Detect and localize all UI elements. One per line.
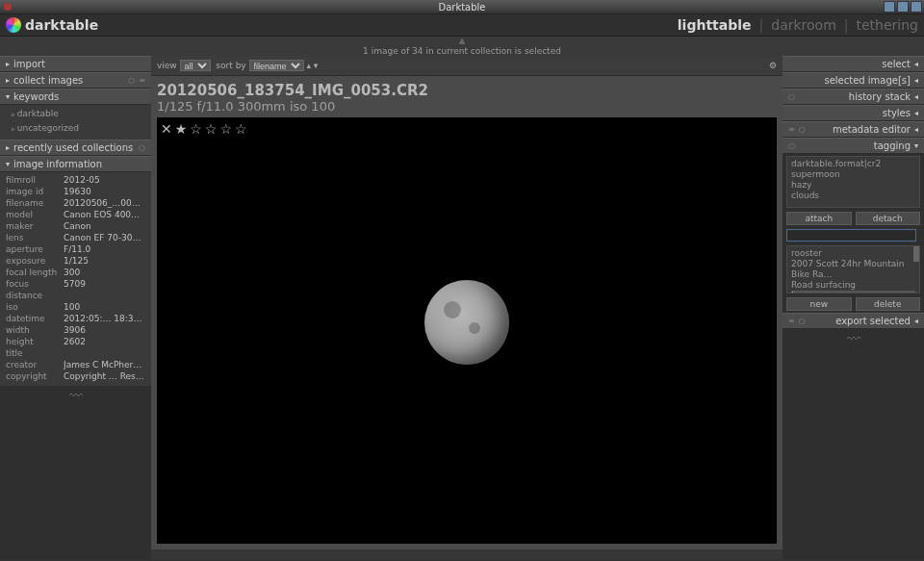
suggestion-item[interactable]: rooster: [791, 248, 915, 259]
right-sidebar: select◂ selected image[s]◂ ○history stac…: [783, 56, 924, 559]
module-imageinfo[interactable]: ▾image information: [0, 156, 151, 172]
info-row: width3906: [6, 324, 145, 336]
info-label: height: [6, 336, 64, 347]
detach-button[interactable]: detach: [856, 212, 921, 225]
view-lighttable[interactable]: lighttable: [678, 17, 752, 33]
suggestion-item[interactable]: Road surfacing: [791, 280, 915, 291]
module-history[interactable]: ○history stack◂: [783, 89, 924, 105]
image-title: 20120506_183754_IMG_0053.CR2: [157, 82, 777, 99]
keyword-item[interactable]: uncategorized: [6, 121, 145, 136]
module-select[interactable]: select◂: [783, 56, 924, 72]
info-row: lensCanon EF 70-300m…: [6, 232, 145, 243]
window-title: Darktable: [438, 2, 485, 13]
module-label: keywords: [13, 91, 59, 102]
image-preview-panel: 20120506_183754_IMG_0053.CR2 1/125 f/11.…: [151, 76, 783, 549]
info-value: 2012:05:… 18:37:54: [64, 313, 145, 324]
module-label: metadata editor: [833, 124, 911, 135]
module-export[interactable]: ≡○export selected◂: [783, 313, 924, 329]
info-label: creator: [6, 359, 64, 370]
info-value: 3906: [64, 324, 145, 336]
sort-select[interactable]: filename: [249, 60, 304, 71]
module-label: selected image[s]: [824, 75, 911, 86]
sort-label: sort by: [216, 61, 245, 70]
module-collect[interactable]: ▸collect images○≡: [0, 72, 151, 89]
info-value: 5709: [64, 278, 145, 301]
reset-icon[interactable]: ○: [788, 141, 795, 150]
window-max-button[interactable]: [897, 1, 909, 13]
suggestion-item[interactable]: hazy: [791, 291, 915, 293]
suggestion-item[interactable]: 2007 Scott 24hr Mountain Bike Ra…: [791, 259, 915, 280]
attached-tag-item[interactable]: hazy: [791, 180, 915, 191]
preset-icon[interactable]: ≡: [139, 76, 145, 85]
window-min-button[interactable]: [884, 1, 895, 13]
info-row: filename20120506_…0053.CR2: [6, 197, 145, 209]
view-darkroom[interactable]: darkroom: [771, 17, 836, 33]
module-label: image information: [13, 159, 102, 169]
info-label: filmroll: [6, 174, 64, 186]
star-4[interactable]: ☆: [219, 121, 232, 137]
module-label: history stack: [849, 91, 911, 102]
module-tagging[interactable]: ○tagging▾: [783, 138, 924, 154]
left-sidebar: ▸import ▸collect images○≡ ▾keywords dark…: [0, 56, 151, 559]
info-value: James C McPherson: [64, 359, 145, 370]
app-header: darktable lighttable | darkroom | tether…: [0, 14, 924, 37]
tag-suggestions-list[interactable]: rooster2007 Scott 24hr Mountain Bike Ra……: [786, 245, 920, 293]
reject-icon[interactable]: ✕: [161, 121, 172, 137]
new-tag-button[interactable]: new: [786, 297, 852, 311]
prefs-gear-icon[interactable]: ⚙: [769, 61, 777, 70]
keyword-item[interactable]: darktable: [6, 107, 145, 121]
star-3[interactable]: ☆: [205, 121, 218, 137]
attach-button[interactable]: attach: [786, 212, 852, 225]
center-area: view all sort by filename ▴ ▾ ⚙ 20120506…: [151, 56, 783, 559]
reset-icon[interactable]: ○: [799, 317, 806, 325]
image-canvas[interactable]: ✕ ★ ☆ ☆ ☆ ☆: [157, 117, 777, 544]
attached-tag-item[interactable]: darktable.format|cr2: [791, 159, 915, 169]
star-5[interactable]: ☆: [235, 121, 247, 137]
info-label: width: [6, 324, 64, 336]
view-switcher: lighttable | darkroom | tethering: [678, 17, 918, 33]
module-import[interactable]: ▸import: [0, 56, 151, 72]
sort-desc-icon[interactable]: ▾: [314, 61, 319, 70]
reset-icon[interactable]: ○: [799, 125, 806, 134]
info-label: aperture: [6, 243, 64, 255]
view-filter-select[interactable]: all: [180, 60, 211, 71]
module-metadata[interactable]: ≡○metadata editor◂: [783, 121, 924, 138]
status-line: 1 image of 34 in current collection is s…: [0, 44, 924, 56]
module-recent[interactable]: ▸recently used collections○: [0, 140, 151, 156]
attached-tag-item[interactable]: supermoon: [791, 169, 915, 180]
top-panel-toggle[interactable]: ▲: [0, 37, 924, 44]
module-selected[interactable]: selected image[s]◂: [783, 72, 924, 89]
tag-entry-input[interactable]: [786, 229, 916, 242]
info-value: 20120506_…0053.CR2: [64, 197, 145, 209]
window-close-dot[interactable]: [4, 3, 12, 11]
info-label: iso: [6, 301, 64, 313]
reset-icon[interactable]: ○: [788, 92, 795, 101]
info-value: Canon EOS 400D D…: [64, 209, 145, 220]
view-tethering[interactable]: tethering: [857, 17, 918, 33]
info-value: 2012-05: [64, 174, 145, 186]
preset-icon[interactable]: ≡: [788, 125, 795, 134]
reset-icon[interactable]: ○: [128, 76, 135, 85]
delete-tag-button[interactable]: delete: [856, 297, 921, 311]
info-label: focal length: [6, 267, 64, 278]
sort-asc-icon[interactable]: ▴: [306, 61, 311, 70]
module-label: tagging: [874, 140, 911, 151]
info-label: filename: [6, 197, 64, 209]
scrollbar-thumb[interactable]: [913, 246, 919, 262]
info-value: 100: [64, 301, 145, 313]
module-keywords[interactable]: ▾keywords: [0, 89, 151, 105]
info-row: datetime2012:05:… 18:37:54: [6, 313, 145, 324]
preset-icon[interactable]: ≡: [788, 317, 795, 325]
info-value: Canon EF 70-300m…: [64, 232, 145, 243]
attached-tags-list[interactable]: darktable.format|cr2supermoonhazyclouds: [786, 156, 920, 208]
reset-icon[interactable]: ○: [139, 143, 145, 152]
star-1[interactable]: ★: [175, 121, 188, 137]
star-2[interactable]: ☆: [190, 121, 202, 137]
module-label: recently used collections: [13, 142, 133, 153]
window-close-button[interactable]: [911, 1, 922, 13]
attached-tag-item[interactable]: clouds: [791, 191, 915, 201]
module-styles[interactable]: styles◂: [783, 105, 924, 121]
info-row: image id19630: [6, 186, 145, 197]
info-row: focus distance5709: [6, 278, 145, 301]
info-row: apertureF/11.0: [6, 243, 145, 255]
